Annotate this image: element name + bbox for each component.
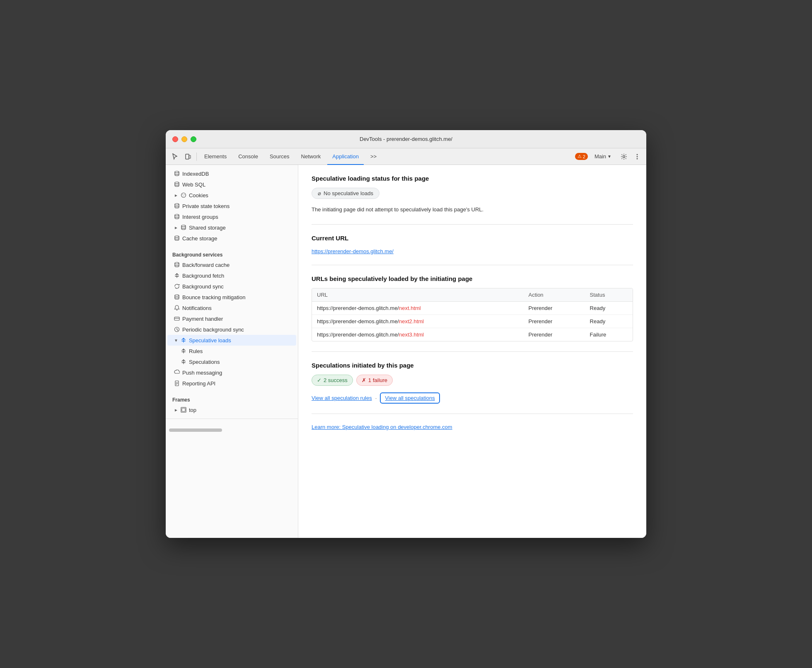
sidebar-item-interest-groups[interactable]: Interest groups bbox=[167, 211, 296, 222]
speculations-title: Speculations initiated by this page bbox=[312, 362, 633, 369]
settings-icon[interactable] bbox=[618, 151, 630, 162]
main-dropdown[interactable]: Main ▼ bbox=[590, 148, 616, 165]
table-row: https://prerender-demos.glitch.me/next3.… bbox=[312, 328, 633, 341]
speculations-badges: ✓ 2 success ✗ 1 failure bbox=[312, 375, 633, 386]
success-icon: ✓ bbox=[317, 377, 321, 383]
sidebar-item-backforward-cache[interactable]: Back/forward cache bbox=[167, 259, 296, 270]
main-layout: IndexedDB Web SQL ► Cookies Private sta bbox=[166, 165, 646, 538]
col-status: Status bbox=[585, 288, 633, 302]
urls-table-container: URL Action Status https://prerender-demo… bbox=[312, 288, 633, 341]
speculations-icon bbox=[181, 359, 186, 365]
cloud-icon bbox=[174, 370, 180, 375]
url-highlight-2: next2.html bbox=[399, 318, 424, 324]
divider-3 bbox=[312, 351, 633, 352]
svg-point-10 bbox=[184, 194, 185, 195]
speculative-loads-icon bbox=[181, 337, 186, 343]
db-icon bbox=[174, 203, 180, 209]
action-cell-1: Prerender bbox=[523, 301, 585, 315]
current-url-title: Current URL bbox=[312, 235, 633, 242]
divider-2 bbox=[312, 265, 633, 265]
status-cell-2: Ready bbox=[585, 315, 633, 328]
sidebar-item-background-fetch[interactable]: Background fetch bbox=[167, 270, 296, 281]
view-all-speculations-link[interactable]: View all speculations bbox=[380, 392, 440, 404]
url-base-2: https://prerender-demos.glitch.me/ bbox=[317, 318, 399, 324]
titlebar: DevTools - prerender-demos.glitch.me/ bbox=[166, 130, 646, 148]
tab-sources[interactable]: Sources bbox=[265, 148, 295, 165]
tab-elements[interactable]: Elements bbox=[199, 148, 232, 165]
url-base-3: https://prerender-demos.glitch.me/ bbox=[317, 332, 399, 338]
sidebar-item-shared-storage[interactable]: ► Shared storage bbox=[167, 222, 296, 233]
status-cell-3: Failure bbox=[585, 328, 633, 341]
close-button[interactable] bbox=[172, 136, 178, 142]
col-url: URL bbox=[312, 288, 523, 302]
current-url-link[interactable]: https://prerender-demos.glitch.me/ bbox=[312, 248, 394, 254]
db-icon bbox=[174, 182, 180, 187]
tab-overflow[interactable]: >> bbox=[365, 148, 382, 165]
failure-badge: ✗ 1 failure bbox=[356, 375, 393, 386]
divider-1 bbox=[312, 224, 633, 225]
current-url-section: Current URL https://prerender-demos.glit… bbox=[312, 235, 633, 255]
minimize-button[interactable] bbox=[181, 136, 187, 142]
cookie-icon bbox=[181, 192, 186, 198]
window-title: DevTools - prerender-demos.glitch.me/ bbox=[360, 136, 452, 142]
success-badge: ✓ 2 success bbox=[312, 375, 353, 386]
sidebar-item-payment-handler[interactable]: Payment handler bbox=[167, 313, 296, 324]
svg-point-14 bbox=[181, 225, 186, 227]
sidebar-item-speculations[interactable]: Speculations bbox=[167, 356, 296, 367]
tab-application[interactable]: Application bbox=[327, 148, 364, 165]
cursor-icon[interactable] bbox=[169, 151, 181, 162]
view-speculation-rules-link[interactable]: View all speculation rules bbox=[312, 395, 372, 401]
sidebar-item-cache-storage[interactable]: Cache storage bbox=[167, 233, 296, 244]
sidebar-item-notifications[interactable]: Notifications bbox=[167, 303, 296, 313]
maximize-button[interactable] bbox=[191, 136, 196, 142]
sidebar: IndexedDB Web SQL ► Cookies Private sta bbox=[166, 165, 298, 538]
expand-icon: ► bbox=[174, 225, 178, 230]
urls-table-title: URLs being speculatively loaded by the i… bbox=[312, 275, 633, 282]
sidebar-item-private-state-tokens[interactable]: Private state tokens bbox=[167, 201, 296, 211]
error-badge[interactable]: ⚠ 2 bbox=[575, 153, 588, 160]
sidebar-item-rules[interactable]: Rules bbox=[167, 346, 296, 356]
doc-icon bbox=[174, 380, 180, 386]
db-icon bbox=[174, 214, 180, 220]
sidebar-item-top-frame[interactable]: ► top bbox=[167, 404, 296, 415]
sidebar-item-reporting-api[interactable]: Reporting API bbox=[167, 378, 296, 389]
clock-icon bbox=[174, 327, 180, 332]
sidebar-item-cookies[interactable]: ► Cookies bbox=[167, 190, 296, 201]
more-icon[interactable] bbox=[631, 151, 643, 162]
frame-expand-icon: ► bbox=[174, 408, 178, 412]
svg-point-11 bbox=[183, 196, 184, 196]
action-cell-2: Prerender bbox=[523, 315, 585, 328]
svg-point-16 bbox=[175, 262, 179, 264]
sidebar-item-speculative-loads[interactable]: ▼ Speculative loads bbox=[167, 335, 296, 346]
url-cell-3: https://prerender-demos.glitch.me/next3.… bbox=[312, 328, 523, 341]
url-cell-1: https://prerender-demos.glitch.me/next.h… bbox=[312, 301, 523, 315]
links-row: View all speculation rules · View all sp… bbox=[312, 392, 633, 404]
svg-point-5 bbox=[637, 158, 638, 159]
speculations-section: Speculations initiated by this page ✓ 2 … bbox=[312, 362, 633, 404]
sidebar-item-indexeddb[interactable]: IndexedDB bbox=[167, 168, 296, 179]
svg-point-3 bbox=[637, 154, 638, 155]
tab-network[interactable]: Network bbox=[296, 148, 326, 165]
failure-count: 1 failure bbox=[368, 377, 387, 383]
svg-point-9 bbox=[182, 194, 183, 195]
main-content: Speculative loading status for this page… bbox=[298, 165, 646, 538]
sidebar-item-push-messaging[interactable]: Push messaging bbox=[167, 367, 296, 378]
db-icon bbox=[174, 235, 180, 241]
db-icon bbox=[174, 171, 180, 177]
divider-4 bbox=[312, 414, 633, 414]
svg-rect-0 bbox=[186, 154, 189, 159]
learn-more-link[interactable]: Learn more: Speculative loading on devel… bbox=[312, 424, 633, 430]
tab-console[interactable]: Console bbox=[233, 148, 263, 165]
svg-point-13 bbox=[175, 214, 179, 216]
no-loads-info-text: The initiating page did not attempt to s… bbox=[312, 206, 633, 214]
sidebar-item-background-sync[interactable]: Background sync bbox=[167, 281, 296, 292]
speculative-loading-section: Speculative loading status for this page… bbox=[312, 175, 633, 214]
sidebar-item-websql[interactable]: Web SQL bbox=[167, 179, 296, 190]
col-action: Action bbox=[523, 288, 585, 302]
no-loads-icon: ⌀ bbox=[318, 190, 321, 196]
svg-rect-18 bbox=[174, 317, 179, 320]
device-icon[interactable] bbox=[182, 151, 194, 162]
sidebar-item-bounce-tracking[interactable]: Bounce tracking mitigation bbox=[167, 292, 296, 303]
sidebar-item-periodic-background-sync[interactable]: Periodic background sync bbox=[167, 324, 296, 335]
url-highlight-1: next.html bbox=[399, 305, 421, 311]
